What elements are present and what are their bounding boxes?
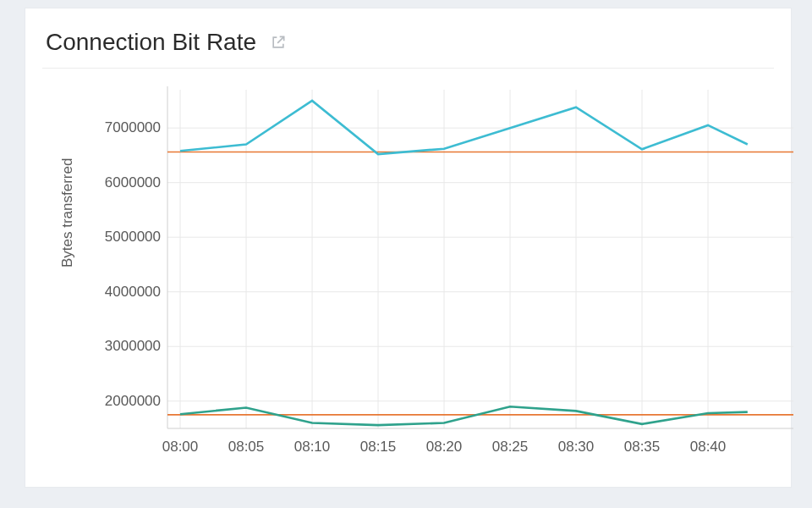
x-tick-label: 08:20 [426,439,463,456]
y-tick-label: 3000000 [85,338,161,355]
chart-svg [167,90,793,454]
chart-title: Connection Bit Rate [46,29,256,56]
y-tick-label: 2000000 [85,393,161,410]
series-low [180,406,748,425]
x-tick-label: 08:05 [228,439,265,456]
x-tick-label: 08:40 [690,439,727,456]
y-tick-label: 5000000 [85,229,161,246]
popout-icon[interactable] [270,34,287,51]
y-axis-label: Bytes transferred [59,158,76,268]
x-tick-label: 08:10 [294,439,331,456]
y-tick-label: 4000000 [85,284,161,301]
x-tick-label: 08:15 [360,439,397,456]
series-high [180,101,748,154]
x-tick-label: 08:30 [558,439,595,456]
chart-plot-area: Bytes transferred 2000000300000040000005… [66,90,793,479]
y-tick-label: 7000000 [85,119,161,136]
header-divider [42,68,774,69]
x-tick-label: 08:25 [492,439,529,456]
y-tick-label: 6000000 [85,174,161,191]
chart-card: Connection Bit Rate Bytes transferred 20… [25,8,791,487]
x-tick-label: 08:35 [624,439,661,456]
chart-header: Connection Bit Rate [25,8,791,63]
x-tick-label: 08:00 [162,439,199,456]
